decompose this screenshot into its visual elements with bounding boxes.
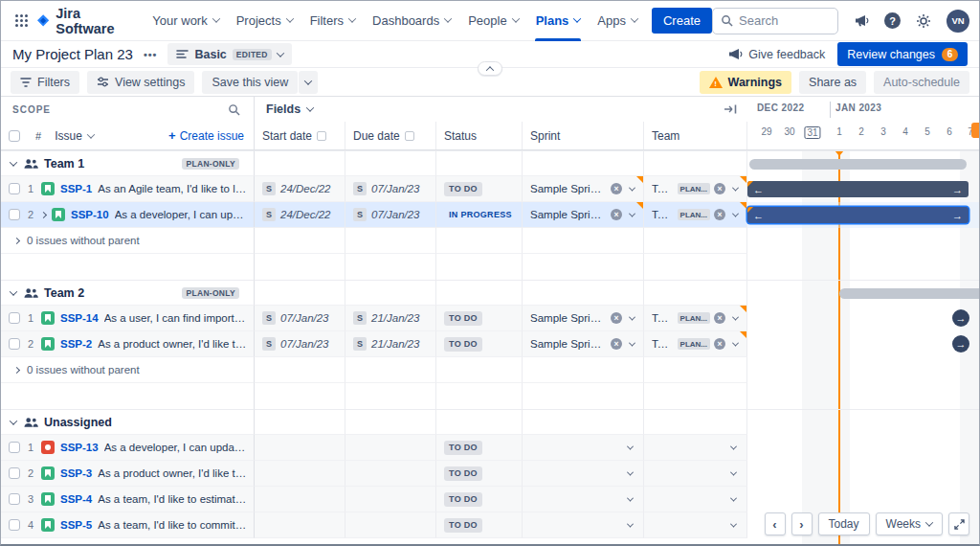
- zoom-level-dropdown[interactable]: Weeks: [876, 512, 943, 535]
- issue-cell[interactable]: 3 SSP-4 As a team, I'd like to estimate …: [1, 487, 255, 512]
- filters-button[interactable]: Filters: [11, 71, 79, 94]
- collapse-header-button[interactable]: [478, 61, 502, 76]
- row-checkbox[interactable]: [9, 467, 20, 479]
- nav-projects[interactable]: Projects: [228, 1, 301, 41]
- remove-icon[interactable]: ×: [611, 312, 622, 324]
- nav-your-work[interactable]: Your work: [144, 1, 227, 41]
- issue-cell[interactable]: 2 SSP-10 As a developer, I can update st…: [1, 202, 255, 228]
- status-cell[interactable]: TO DO: [436, 331, 523, 357]
- issue-key-link[interactable]: SSP-14: [60, 312, 99, 324]
- due-date-cell[interactable]: [345, 487, 436, 512]
- issue-cell[interactable]: 2 SSP-2 As a product owner, I'd like to …: [1, 331, 255, 357]
- team-cell[interactable]: [644, 435, 747, 461]
- nav-people[interactable]: People: [459, 1, 526, 41]
- chevron-down-icon[interactable]: [629, 184, 635, 191]
- save-view-dropdown[interactable]: [299, 71, 318, 94]
- start-date-cell[interactable]: S07/Jan/23: [255, 331, 345, 357]
- fields-dropdown[interactable]: Fields: [266, 102, 313, 116]
- search-input[interactable]: [739, 13, 827, 28]
- sprint-cell[interactable]: [523, 512, 644, 538]
- create-issue-button[interactable]: +Create issue: [168, 129, 246, 143]
- issue-key-link[interactable]: SSP-10: [71, 209, 109, 220]
- status-cell[interactable]: IN PROGRESS: [436, 202, 523, 228]
- chevron-down-icon[interactable]: [627, 443, 634, 449]
- remove-icon[interactable]: ×: [611, 183, 622, 194]
- sprint-cell[interactable]: [523, 487, 644, 512]
- due-date-cell[interactable]: S21/Jan/23: [345, 306, 436, 331]
- issue-cell[interactable]: 1 SSP-13 As a developer, I can update de…: [1, 435, 255, 461]
- jira-logo[interactable]: Jira Software: [35, 6, 134, 36]
- status-cell[interactable]: TO DO: [436, 512, 523, 538]
- remove-icon[interactable]: ×: [714, 312, 725, 324]
- sprint-cell[interactable]: Sample Sprint 3×: [523, 331, 644, 357]
- team-cell[interactable]: Team 2PLAN...×: [644, 306, 747, 331]
- announcements-icon[interactable]: [849, 9, 874, 34]
- chevron-down-icon[interactable]: [627, 494, 634, 501]
- chevron-down-icon[interactable]: [629, 313, 635, 320]
- sprint-cell[interactable]: Sample Sprint 2×: [523, 176, 644, 202]
- chevron-down-icon[interactable]: [732, 184, 739, 191]
- chevron-down-icon[interactable]: [629, 210, 635, 216]
- avatar[interactable]: VN: [947, 10, 969, 33]
- team-cell[interactable]: [644, 461, 747, 487]
- review-changes-button[interactable]: Review changes 6: [837, 42, 968, 66]
- issue-cell[interactable]: 2 SSP-3 As a product owner, I'd like to …: [1, 461, 255, 487]
- team-2-group-bar[interactable]: [839, 288, 979, 299]
- warnings-button[interactable]: ! Warnings: [700, 71, 791, 94]
- issue-key-link[interactable]: SSP-5: [60, 519, 92, 531]
- collapse-fields-icon[interactable]: [724, 103, 738, 115]
- expand-children-icon[interactable]: [40, 211, 47, 217]
- give-feedback-button[interactable]: Give feedback: [728, 48, 825, 61]
- row-checkbox[interactable]: [9, 209, 20, 220]
- sprint-cell[interactable]: Sample Sprint 3×: [523, 306, 644, 331]
- pan-right-button[interactable]: ›: [791, 512, 813, 535]
- remove-icon[interactable]: ×: [714, 209, 725, 220]
- due-date-cell[interactable]: [345, 461, 436, 487]
- settings-gear-icon[interactable]: [911, 9, 936, 34]
- help-icon[interactable]: ?: [884, 12, 901, 29]
- row-checkbox[interactable]: [9, 183, 20, 194]
- chevron-down-icon[interactable]: [627, 468, 634, 475]
- nav-filters[interactable]: Filters: [301, 1, 364, 41]
- issue-cell[interactable]: 1 SSP-14 As a user, I can find important…: [1, 306, 255, 331]
- issue-key-link[interactable]: SSP-4: [60, 493, 92, 505]
- status-cell[interactable]: TO DO: [436, 176, 523, 202]
- create-button[interactable]: Create: [652, 8, 712, 34]
- chevron-down-icon[interactable]: [732, 339, 739, 346]
- nav-apps[interactable]: Apps: [589, 1, 646, 41]
- team-cell[interactable]: Team 2PLAN...×: [644, 331, 747, 357]
- due-date-cell[interactable]: S07/Jan/23: [345, 202, 436, 228]
- scope-search-icon[interactable]: [228, 103, 240, 116]
- remove-icon[interactable]: ×: [714, 183, 725, 194]
- start-date-cell[interactable]: S24/Dec/22: [255, 176, 345, 202]
- remove-icon[interactable]: ×: [611, 209, 622, 220]
- issues-without-parent[interactable]: 0 issues without parent: [1, 357, 255, 383]
- sprint-cell[interactable]: [523, 461, 644, 487]
- share-as-button[interactable]: Share as: [799, 71, 866, 94]
- remove-icon[interactable]: ×: [714, 338, 725, 350]
- status-cell[interactable]: TO DO: [436, 487, 523, 512]
- start-date-cell[interactable]: [255, 435, 345, 461]
- chevron-down-icon[interactable]: [732, 313, 739, 320]
- select-all-checkbox[interactable]: [9, 130, 20, 142]
- app-switcher-icon[interactable]: [9, 9, 33, 34]
- scroll-to-bar-button[interactable]: →: [952, 335, 969, 353]
- sprint-cell[interactable]: Sample Sprint 2×: [523, 202, 644, 228]
- start-date-cell[interactable]: S24/Dec/22: [255, 202, 345, 228]
- status-cell[interactable]: TO DO: [436, 461, 523, 487]
- remove-icon[interactable]: ×: [611, 338, 622, 350]
- start-date-cell[interactable]: S07/Jan/23: [255, 306, 345, 331]
- team-cell[interactable]: [644, 512, 747, 538]
- more-menu-icon[interactable]: •••: [140, 47, 162, 62]
- collapse-group-icon[interactable]: [10, 417, 17, 424]
- ssp-1-timeline-bar[interactable]: ←→: [747, 181, 969, 197]
- column-options-icon[interactable]: [317, 131, 326, 141]
- fullscreen-button[interactable]: [948, 512, 969, 535]
- issue-key-link[interactable]: SSP-1: [60, 183, 92, 194]
- chevron-down-icon[interactable]: [730, 443, 737, 449]
- scroll-to-bar-button[interactable]: →: [952, 309, 969, 327]
- sprint-cell[interactable]: [523, 435, 644, 461]
- team-1-group-bar[interactable]: [749, 159, 967, 170]
- save-this-view-button[interactable]: Save this view: [202, 71, 298, 94]
- today-button[interactable]: Today: [818, 512, 870, 535]
